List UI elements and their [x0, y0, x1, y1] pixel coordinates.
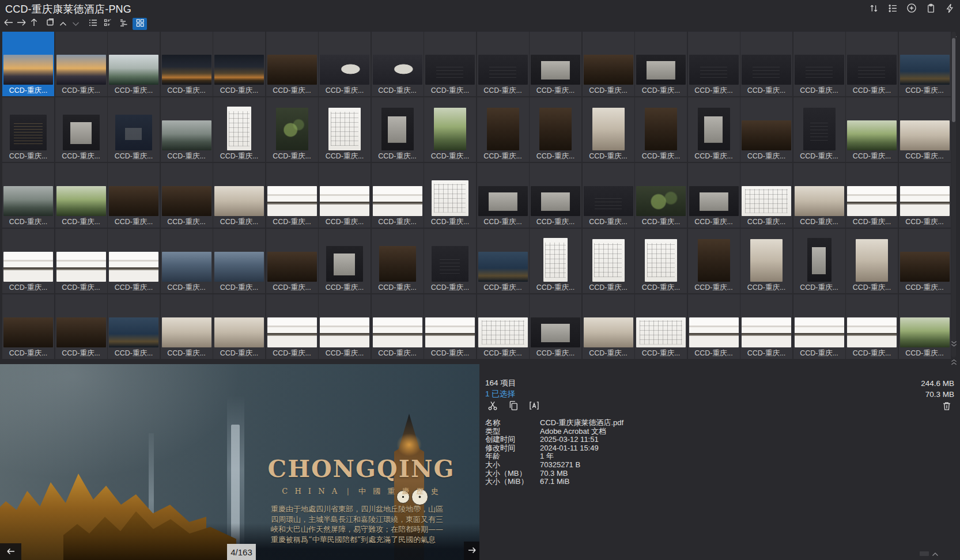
grid-item[interactable]: CCD-重庆... [2, 294, 54, 359]
grid-item[interactable]: CCD-重庆... [846, 163, 898, 228]
grid-item[interactable]: CCD-重庆... [793, 32, 845, 96]
grid-item[interactable]: CCD-重庆... [583, 294, 634, 359]
grid-item[interactable]: CCD-重庆... [583, 163, 634, 228]
grid-item[interactable]: CCD-重庆... [530, 229, 581, 293]
grid-item[interactable]: CCD-重庆... [266, 32, 318, 96]
grid-item[interactable]: CCD-重庆... [319, 32, 371, 96]
add-button[interactable] [906, 3, 917, 15]
cut-button[interactable] [485, 399, 500, 414]
grid-item[interactable]: CCD-重庆... [372, 163, 424, 228]
grid-item[interactable]: CCD-重庆... [583, 97, 634, 162]
statusbar-expand-icon[interactable] [932, 548, 939, 559]
grid-item[interactable]: CCD-重庆... [477, 229, 529, 293]
grid-item[interactable]: CCD-重庆... [530, 32, 581, 96]
grid-item[interactable]: CCD-重庆... [688, 229, 740, 293]
grid-item[interactable]: CCD-重庆... [424, 32, 476, 96]
grid-item[interactable]: CCD-重庆... [530, 163, 581, 228]
prev-page-button[interactable] [0, 543, 21, 560]
view-content-button[interactable] [117, 18, 131, 30]
grid-item[interactable]: CCD-重庆... [55, 32, 107, 96]
grid-item[interactable]: CCD-重庆... [2, 97, 54, 162]
grid-item[interactable]: CCD-重庆... [899, 229, 951, 293]
grid-item[interactable]: CCD-重庆... [2, 32, 54, 96]
grid-item[interactable]: CCD-重庆... [424, 97, 476, 162]
grid-item[interactable]: CCD-重庆... [424, 229, 476, 293]
grid-item[interactable]: CCD-重庆... [846, 32, 898, 96]
grid-item[interactable]: CCD-重庆... [846, 294, 898, 359]
grid-item[interactable]: CCD-重庆... [213, 163, 265, 228]
grid-item[interactable]: CCD-重庆... [213, 294, 265, 359]
grid-scrollbar-thumb[interactable] [952, 38, 955, 122]
grid-item[interactable]: CCD-重庆... [372, 294, 424, 359]
expand-down-button[interactable] [69, 17, 82, 30]
grid-item[interactable]: CCD-重庆... [213, 229, 265, 293]
grid-item[interactable]: CCD-重庆... [161, 229, 213, 293]
forward-button[interactable] [15, 17, 28, 30]
grid-item[interactable]: CCD-重庆... [161, 163, 213, 228]
grid-item[interactable]: CCD-重庆... [266, 294, 318, 359]
grid-item[interactable]: CCD-重庆... [2, 163, 54, 228]
grid-item[interactable]: CCD-重庆... [530, 97, 581, 162]
view-list-button[interactable] [86, 18, 100, 30]
grid-item[interactable]: CCD-重庆... [793, 229, 845, 293]
grid-item[interactable]: CCD-重庆... [319, 229, 371, 293]
grid-item[interactable]: CCD-重庆... [635, 97, 687, 162]
grid-item[interactable]: CCD-重庆... [635, 294, 687, 359]
grid-item[interactable]: CCD-重庆... [108, 294, 160, 359]
grid-item[interactable]: CCD-重庆... [372, 97, 424, 162]
grid-item[interactable]: CCD-重庆... [55, 97, 107, 162]
copy-button[interactable] [506, 399, 521, 414]
grid-item[interactable]: CCD-重庆... [213, 97, 265, 162]
grid-item[interactable]: CCD-重庆... [688, 32, 740, 96]
view-details-button[interactable] [101, 18, 116, 30]
actions-button[interactable] [944, 3, 955, 15]
grid-item[interactable]: CCD-重庆... [108, 229, 160, 293]
rename-button[interactable] [527, 399, 542, 414]
grid-item[interactable]: CCD-重庆... [635, 163, 687, 228]
grid-item[interactable]: CCD-重庆... [161, 32, 213, 96]
grid-item[interactable]: CCD-重庆... [740, 294, 792, 359]
grid-item[interactable]: CCD-重庆... [424, 294, 476, 359]
grid-item[interactable]: CCD-重庆... [319, 97, 371, 162]
grid-item[interactable]: CCD-重庆... [266, 163, 318, 228]
grid-item[interactable]: CCD-重庆... [477, 97, 529, 162]
refresh-button[interactable] [44, 17, 56, 30]
grid-item[interactable]: CCD-重庆... [899, 163, 951, 228]
selected-count[interactable]: 1 已选择 [485, 389, 515, 399]
grid-item[interactable]: CCD-重庆... [319, 163, 371, 228]
grid-item[interactable]: CCD-重庆... [55, 294, 107, 359]
grid-item[interactable]: CCD-重庆... [740, 97, 792, 162]
grid-item[interactable]: CCD-重庆... [266, 229, 318, 293]
next-page-button[interactable] [464, 542, 479, 560]
back-button[interactable] [2, 17, 15, 30]
grid-item[interactable]: CCD-重庆... [108, 97, 160, 162]
collapse-up-button[interactable] [56, 17, 69, 30]
grid-item[interactable]: CCD-重庆... [213, 32, 265, 96]
grid-item[interactable]: CCD-重庆... [477, 294, 529, 359]
grid-item[interactable]: CCD-重庆... [583, 32, 634, 96]
grid-item[interactable]: CCD-重庆... [583, 229, 634, 293]
grid-item[interactable]: CCD-重庆... [477, 32, 529, 96]
grid-item[interactable]: CCD-重庆... [372, 32, 424, 96]
up-button[interactable] [28, 17, 40, 30]
grid-item[interactable]: CCD-重庆... [266, 97, 318, 162]
grid-item[interactable]: CCD-重庆... [688, 163, 740, 228]
grid-item[interactable]: CCD-重庆... [688, 294, 740, 359]
grid-item[interactable]: CCD-重庆... [740, 32, 792, 96]
group-by-button[interactable] [887, 3, 898, 15]
grid-item[interactable]: CCD-重庆... [55, 163, 107, 228]
grid-item[interactable]: CCD-重庆... [740, 163, 792, 228]
grid-item[interactable]: CCD-重庆... [899, 294, 951, 359]
grid-item[interactable]: CCD-重庆... [899, 32, 951, 96]
grid-item[interactable]: CCD-重庆... [2, 229, 54, 293]
grid-item[interactable]: CCD-重庆... [161, 97, 213, 162]
grid-item[interactable]: CCD-重庆... [793, 294, 845, 359]
paste-button[interactable] [925, 3, 936, 15]
grid-item[interactable]: CCD-重庆... [635, 32, 687, 96]
delete-button[interactable] [940, 400, 954, 414]
grid-item[interactable]: CCD-重庆... [846, 97, 898, 162]
grid-item[interactable]: CCD-重庆... [108, 32, 160, 96]
grid-item[interactable]: CCD-重庆... [108, 163, 160, 228]
view-grid-button[interactable] [133, 18, 147, 30]
grid-item[interactable]: CCD-重庆... [740, 229, 792, 293]
